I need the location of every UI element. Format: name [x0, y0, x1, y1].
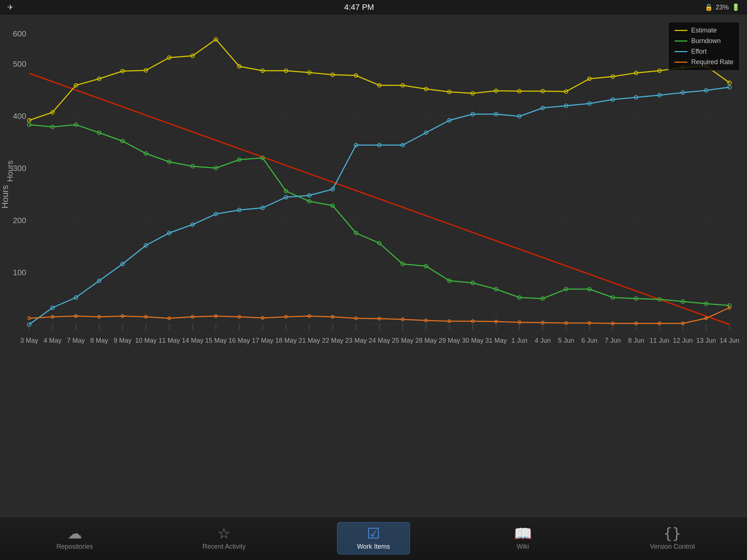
legend-required-rate-line [674, 62, 688, 63]
x-label-6: 11 May [158, 337, 180, 344]
x-label-7: 14 May [182, 337, 203, 344]
battery-icon: 🔋 [732, 3, 740, 11]
wiki-icon: 📖 [514, 526, 532, 541]
x-label-3: 8 May [90, 337, 108, 344]
legend-required-rate-label: Required Rate [691, 58, 734, 66]
battery-text: 23% [716, 4, 729, 11]
y-axis-label: Hours [5, 160, 15, 182]
x-label-26: 8 Jun [628, 337, 644, 344]
recent-activity-icon: ☆ [217, 526, 231, 541]
x-label-18: 29 May [438, 337, 460, 344]
x-label-24: 6 Jun [581, 337, 597, 344]
legend-estimate-line [674, 30, 688, 31]
status-left: ✈ [7, 3, 13, 12]
x-label-22: 4 Jun [535, 337, 551, 344]
tab-version-control-label: Version Control [650, 543, 695, 551]
y-label-500: 500 [13, 59, 26, 69]
repositories-icon: ☁ [67, 526, 82, 541]
tab-bar: ☁ Repositories ☆ Recent Activity ☑ Work … [0, 516, 747, 560]
version-control-icon: {} [663, 526, 681, 541]
x-label-9: 16 May [228, 337, 250, 344]
tab-repositories[interactable]: ☁ Repositories [38, 522, 111, 554]
legend-effort-label: Effort [691, 48, 707, 55]
status-right: 🔒 23% 🔋 [705, 3, 740, 11]
lock-icon: 🔒 [705, 3, 713, 11]
tab-work-items-label: Work Items [357, 543, 390, 551]
y-label-600-text: 600 [13, 29, 26, 38]
tab-repositories-label: Repositories [57, 543, 93, 551]
x-label-0: 3 May [20, 337, 38, 344]
x-label-25: 7 Jun [605, 337, 621, 344]
svg-rect-0 [0, 15, 747, 516]
x-label-16: 25 May [392, 337, 413, 344]
x-label-23: 5 Jun [558, 337, 574, 344]
y-axis-text: Hours [0, 185, 10, 209]
legend-burndown: Burndown [674, 37, 734, 45]
x-label-8: 15 May [205, 337, 227, 344]
tab-recent-activity-label: Recent Activity [202, 543, 245, 551]
x-label-20: 31 May [485, 337, 507, 344]
x-label-30: 14 Jun [720, 337, 739, 344]
legend-estimate-label: Estimate [691, 27, 717, 34]
tab-wiki[interactable]: 📖 Wiki [487, 522, 560, 554]
legend-required-rate: Required Rate [674, 58, 734, 66]
x-label-15: 24 May [368, 337, 390, 344]
x-label-21: 1 Jun [511, 337, 527, 344]
y-label-100: 100 [13, 268, 26, 277]
x-label-10: 17 May [252, 337, 273, 344]
status-bar: ✈ 4:47 PM 🔒 23% 🔋 [0, 0, 747, 15]
x-label-1: 4 May [43, 337, 61, 344]
legend-burndown-line [674, 40, 688, 42]
legend-effort: Effort [674, 48, 734, 55]
y-label-400: 400 [13, 112, 26, 121]
x-label-17: 28 May [415, 337, 437, 344]
x-label-28: 12 Jun [673, 337, 693, 344]
y-label-200: 200 [13, 216, 26, 225]
legend-effort-line [674, 51, 688, 52]
x-label-2: 7 May [67, 337, 85, 344]
legend-burndown-label: Burndown [691, 37, 721, 45]
legend: Estimate Burndown Effort Required Rate [668, 22, 740, 71]
legend-estimate: Estimate [674, 27, 734, 34]
airplane-icon: ✈ [7, 3, 13, 12]
tab-version-control[interactable]: {} Version Control [636, 522, 709, 554]
x-label-4: 9 May [113, 337, 131, 344]
x-label-29: 13 Jun [696, 337, 716, 344]
x-label-27: 11 Jun [650, 337, 669, 344]
tab-recent-activity[interactable]: ☆ Recent Activity [187, 522, 260, 554]
status-time: 4:47 PM [344, 3, 374, 12]
tab-wiki-label: Wiki [517, 543, 529, 551]
x-label-5: 10 May [135, 337, 156, 344]
chart-svg: 100 200 300 400 500 600 [0, 15, 747, 516]
x-label-12: 21 May [298, 337, 320, 344]
x-label-14: 23 May [345, 337, 367, 344]
chart-container: Hours [0, 15, 747, 516]
x-label-19: 30 May [462, 337, 483, 344]
tab-work-items[interactable]: ☑ Work Items [337, 522, 410, 555]
work-items-icon: ☑ [367, 526, 380, 541]
x-label-13: 22 May [322, 337, 343, 344]
x-label-11: 18 May [275, 337, 297, 344]
